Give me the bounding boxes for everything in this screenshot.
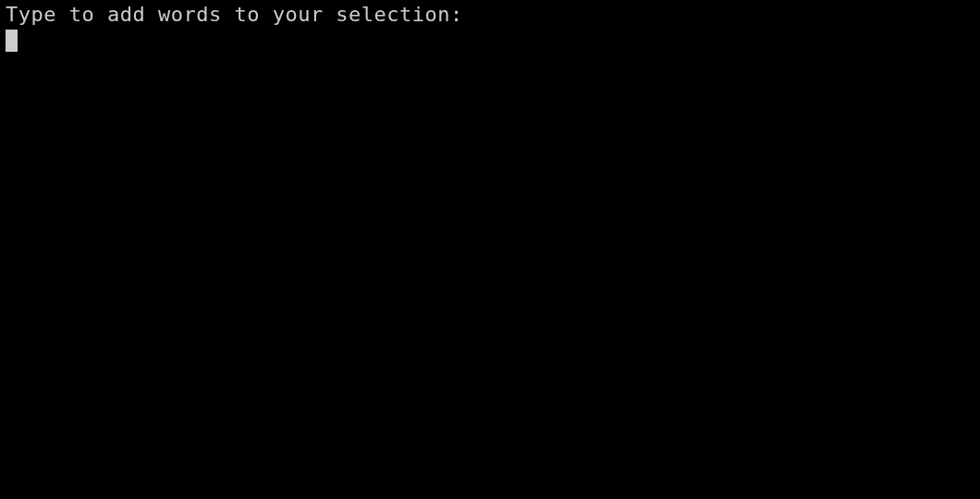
input-line[interactable] <box>6 28 974 52</box>
prompt-text: Type to add words to your selection: <box>6 2 974 28</box>
terminal-container: Type to add words to your selection: <box>0 0 980 499</box>
cursor-block <box>6 30 18 52</box>
